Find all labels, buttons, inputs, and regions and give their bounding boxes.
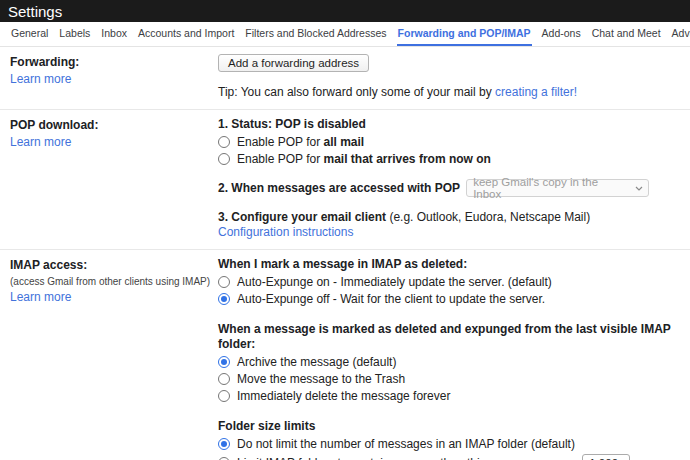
- imap-section-label-col: IMAP access: (access Gmail from other cl…: [0, 257, 218, 460]
- pop-access-heading: 2. When messages are accessed with POP: [218, 181, 460, 196]
- forwarding-section: Forwarding: Learn more Add a forwarding …: [0, 47, 690, 109]
- radio-label: Auto-Expunge on - Immediately update the…: [237, 275, 552, 289]
- chevron-down-icon: [635, 186, 643, 191]
- radio-icon: [218, 153, 230, 165]
- radio-auto-expunge-on[interactable]: Auto-Expunge on - Immediately update the…: [218, 275, 682, 289]
- imap-folder-limit-value: 1,000: [589, 456, 618, 460]
- radio-label: Enable POP for all mail: [237, 135, 364, 149]
- settings-page: Settings General Labels Inbox Accounts a…: [0, 0, 690, 460]
- page-title: Settings: [8, 3, 62, 20]
- pop-section-label-col: POP download: Learn more: [0, 117, 218, 240]
- radio-enable-pop-all-mail[interactable]: Enable POP for all mail: [218, 135, 682, 149]
- tab-accounts-and-import[interactable]: Accounts and Import: [137, 22, 235, 46]
- tab-forwarding-and-pop-imap[interactable]: Forwarding and POP/IMAP: [397, 22, 532, 46]
- radio-label: Move the message to the Trash: [237, 372, 405, 386]
- imap-folder-size-heading: Folder size limits: [218, 419, 682, 434]
- radio-label: Archive the message (default): [237, 355, 396, 369]
- imap-access-label: IMAP access:: [10, 258, 218, 273]
- radio-label: Enable POP for mail that arrives from no…: [237, 152, 491, 166]
- radio-delete-forever[interactable]: Immediately delete the message forever: [218, 389, 682, 403]
- imap-access-sublabel: (access Gmail from other clients using I…: [10, 275, 218, 288]
- radio-icon: [218, 276, 230, 288]
- creating-a-filter-link[interactable]: creating a filter!: [495, 85, 577, 100]
- radio-enable-pop-from-now-on[interactable]: Enable POP for mail that arrives from no…: [218, 152, 682, 166]
- imap-access-section: IMAP access: (access Gmail from other cl…: [0, 249, 690, 460]
- radio-label: Immediately delete the message forever: [237, 389, 450, 403]
- radio-auto-expunge-off[interactable]: Auto-Expunge off - Wait for the client t…: [218, 292, 682, 306]
- radio-icon: [218, 438, 230, 450]
- pop-configure-heading: 3. Configure your email client (e.g. Out…: [218, 210, 682, 225]
- radio-archive-message[interactable]: Archive the message (default): [218, 355, 682, 369]
- forwarding-tip: Tip: You can also forward only some of y…: [218, 85, 682, 100]
- tab-filters-and-blocked-addresses[interactable]: Filters and Blocked Addresses: [244, 22, 387, 46]
- radio-icon: [218, 293, 230, 305]
- tab-general[interactable]: General: [10, 22, 49, 46]
- tab-advanced[interactable]: Advanced: [671, 22, 690, 46]
- pop-access-select-value: keep Gmail's copy in the Inbox: [473, 176, 628, 200]
- radio-do-not-limit-folder[interactable]: Do not limit the number of messages in a…: [218, 437, 682, 451]
- radio-icon: [218, 373, 230, 385]
- imap-deleted-heading: When I mark a message in IMAP as deleted…: [218, 257, 682, 272]
- radio-label: Limit IMAP folders to contain no more th…: [237, 456, 576, 460]
- forwarding-label: Forwarding:: [10, 55, 218, 70]
- forwarding-tip-text: Tip: You can also forward only some of y…: [218, 85, 495, 99]
- pop-configuration-instructions-link[interactable]: Configuration instructions: [218, 225, 353, 240]
- tab-chat-and-meet[interactable]: Chat and Meet: [591, 22, 662, 46]
- imap-folder-limit-select[interactable]: 1,000: [582, 454, 630, 460]
- pop-access-select: keep Gmail's copy in the Inbox: [466, 179, 649, 197]
- settings-tab-bar: General Labels Inbox Accounts and Import…: [0, 22, 690, 47]
- imap-learn-more-link[interactable]: Learn more: [10, 290, 71, 305]
- forwarding-section-label-col: Forwarding: Learn more: [0, 54, 218, 100]
- radio-label: Do not limit the number of messages in a…: [237, 437, 575, 451]
- pop-status-heading: 1. Status: POP is disabled: [218, 117, 682, 132]
- tab-inbox[interactable]: Inbox: [100, 22, 128, 46]
- radio-icon: [218, 356, 230, 368]
- radio-icon: [218, 136, 230, 148]
- tab-add-ons[interactable]: Add-ons: [541, 22, 582, 46]
- window-title-bar: Settings: [0, 0, 690, 22]
- add-forwarding-address-button[interactable]: Add a forwarding address: [218, 54, 369, 72]
- tab-labels[interactable]: Labels: [58, 22, 91, 46]
- radio-move-to-trash[interactable]: Move the message to the Trash: [218, 372, 682, 386]
- forwarding-learn-more-link[interactable]: Learn more: [10, 72, 71, 87]
- radio-label: Auto-Expunge off - Wait for the client t…: [237, 292, 545, 306]
- settings-content: Forwarding: Learn more Add a forwarding …: [0, 47, 690, 460]
- imap-expunge-heading: When a message is marked as deleted and …: [218, 322, 682, 352]
- pop-learn-more-link[interactable]: Learn more: [10, 135, 71, 150]
- pop-download-section: POP download: Learn more 1. Status: POP …: [0, 109, 690, 249]
- radio-limit-imap-folders[interactable]: Limit IMAP folders to contain no more th…: [218, 454, 682, 460]
- radio-icon: [218, 390, 230, 402]
- pop-download-label: POP download:: [10, 118, 218, 133]
